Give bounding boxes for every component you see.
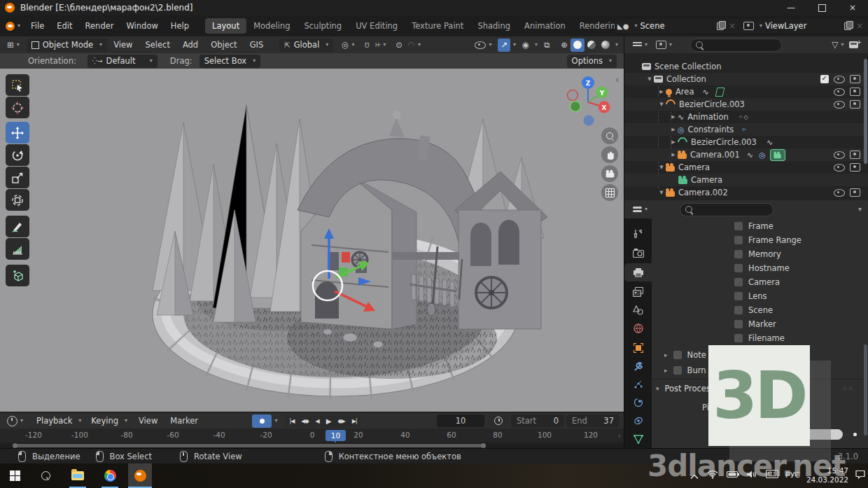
checkbox[interactable]	[734, 250, 743, 258]
note-row[interactable]: ▸Note	[664, 350, 706, 360]
marker-menu[interactable]: Marker	[164, 413, 204, 428]
jump-to-end-icon[interactable]: ▶|	[349, 418, 360, 424]
workspace-tab-modeling[interactable]: Modeling	[246, 18, 297, 34]
tool-scale[interactable]	[6, 167, 29, 188]
notification-center-icon[interactable]	[855, 470, 865, 481]
taskbar-search-icon[interactable]	[34, 463, 57, 488]
outliner-row-collection[interactable]: ▼ Collection	[624, 73, 868, 85]
expand-icon[interactable]: ▼	[657, 102, 666, 107]
options-dropdown[interactable]: Options▾	[567, 55, 617, 68]
menu-file[interactable]: File	[24, 18, 50, 34]
visibility-dropdown[interactable]: ▾	[472, 39, 494, 52]
render-visibility-icon[interactable]	[850, 163, 860, 172]
shading-dropdown[interactable]: ▾	[615, 42, 618, 48]
metadata-row-hostname[interactable]: Hostname	[734, 263, 790, 273]
tab-constraints-icon[interactable]	[624, 412, 652, 430]
frame-end-field[interactable]: End37	[566, 414, 620, 427]
tab-data-icon[interactable]	[624, 430, 652, 448]
render-visibility-icon[interactable]	[850, 88, 860, 96]
metadata-row-memory[interactable]: Memory	[734, 249, 781, 259]
outliner-row-beziercircle003-data[interactable]: ▶ BezierCircle.003 ∿	[624, 136, 868, 148]
workspace-tab-texture-paint[interactable]: Texture Paint	[405, 18, 470, 34]
render-visibility-icon[interactable]	[850, 75, 860, 83]
tab-output-icon[interactable]	[624, 263, 652, 281]
blender-menu-icon[interactable]: ▾	[6, 22, 20, 31]
menu-add[interactable]: Add	[176, 37, 204, 53]
tab-object-icon[interactable]	[624, 339, 652, 357]
viewport-3d[interactable]: Z Y X ‹	[0, 69, 624, 412]
tool-measure[interactable]	[6, 238, 29, 260]
new-viewlayer-icon[interactable]	[844, 22, 851, 30]
snap-target-dropdown[interactable]: ⊦⊦▾	[372, 39, 388, 52]
minimize-button[interactable]: —	[776, 1, 806, 15]
checkbox[interactable]	[734, 264, 743, 272]
editor-type-icon[interactable]: ⊞▾	[4, 39, 22, 52]
start-button[interactable]	[3, 463, 27, 488]
remove-viewlayer-icon[interactable]: ×	[854, 21, 865, 31]
tool-move[interactable]	[6, 122, 29, 144]
outliner-scrollbar[interactable]	[864, 59, 867, 164]
falloff-dropdown[interactable]: ◠▾	[405, 39, 424, 52]
tab-modifiers-icon[interactable]	[624, 357, 652, 375]
outliner-row-camera001[interactable]: ▶ Camera.001 ∿ ◎	[624, 148, 868, 161]
previous-keyframe-icon[interactable]: ◀◆	[298, 418, 312, 424]
xray-toggle[interactable]: ⧉	[541, 39, 552, 52]
outliner-row-camera002[interactable]: ▼ Camera.002	[624, 186, 868, 199]
properties-editor-type-icon[interactable]: ▾	[630, 203, 650, 216]
hide-eye-icon[interactable]	[834, 101, 845, 109]
maximize-button[interactable]	[806, 1, 837, 15]
panel-drag-dots-icon[interactable]: ⁙⁙	[842, 385, 854, 392]
sidebar-collapse-chevron[interactable]: ‹	[615, 74, 619, 85]
menu-select[interactable]: Select	[139, 37, 176, 53]
scrollbar-handle-right[interactable]	[481, 443, 486, 448]
viewlayer-selector[interactable]: ▾ ViewLayer ×	[741, 19, 868, 33]
auto-keying-dropdown[interactable]: ▾	[274, 418, 277, 424]
tab-world-icon[interactable]	[624, 319, 652, 337]
tab-tool-icon[interactable]	[624, 224, 652, 242]
outliner-search-input[interactable]	[706, 40, 765, 50]
shading-solid-icon[interactable]	[570, 39, 584, 52]
scrollbar-handle-left[interactable]	[13, 443, 18, 448]
expand-icon[interactable]: ▶	[669, 127, 678, 132]
ruler-collapse-chevron[interactable]: ‹	[618, 431, 621, 440]
playback-menu[interactable]: Playback▾	[31, 414, 86, 428]
orientation-default-dropdown[interactable]: ⁛→ Default▾	[88, 55, 158, 68]
menu-render[interactable]: Render	[79, 18, 120, 34]
disclosure-icon[interactable]: ▾	[656, 385, 659, 392]
pivot-point-dropdown[interactable]: ◎▾	[339, 39, 357, 52]
checkbox[interactable]	[734, 236, 743, 244]
outliner-row-camera-data[interactable]: Camera	[624, 174, 868, 186]
keying-menu[interactable]: Keying▾	[86, 414, 132, 428]
outliner-row-scene-collection[interactable]: Scene Collection	[624, 60, 868, 73]
tab-physics-icon[interactable]	[624, 393, 652, 412]
properties-search[interactable]	[680, 203, 774, 216]
expand-icon[interactable]: ▶	[669, 152, 678, 158]
menu-edit[interactable]: Edit	[50, 18, 78, 34]
outliner-display-mode-icon[interactable]: ▾	[653, 39, 675, 52]
menu-help[interactable]: Help	[164, 18, 195, 34]
timeline-ruler[interactable]: -120 -100 -80 -60 -40 -20 0 20 40 60 80 …	[0, 428, 624, 442]
viewport-scene[interactable]	[0, 69, 624, 412]
tab-scene-icon[interactable]	[624, 301, 652, 319]
checkbox[interactable]	[734, 320, 743, 328]
menu-object[interactable]: Object	[204, 37, 243, 53]
taskbar-blender-icon[interactable]	[128, 463, 152, 488]
disclosure-icon[interactable]: ▸	[664, 367, 668, 374]
unlink-scene-icon[interactable]: ×	[727, 21, 738, 31]
metadata-row-camera[interactable]: Camera	[734, 277, 780, 287]
overlays-dropdown[interactable]: ▾	[535, 42, 538, 48]
auto-keying-record-icon[interactable]	[252, 414, 272, 428]
outliner-editor-type-icon[interactable]: ▾	[630, 39, 650, 52]
view-menu[interactable]: View	[132, 413, 164, 428]
zoom-icon[interactable]	[601, 127, 618, 144]
checkbox[interactable]	[673, 351, 682, 359]
render-visibility-icon[interactable]	[850, 100, 860, 109]
timeline-scrollbar[interactable]	[0, 442, 624, 448]
orthographic-grid-icon[interactable]	[601, 184, 618, 201]
camera-view-icon[interactable]	[601, 165, 618, 182]
tab-render-icon[interactable]	[624, 244, 652, 262]
play-reverse-icon[interactable]: ◀	[312, 418, 323, 424]
outliner-row-area[interactable]: ▶ Area ∿	[624, 85, 868, 98]
metadata-row-marker[interactable]: Marker	[734, 319, 776, 329]
taskbar-explorer-icon[interactable]	[66, 463, 90, 488]
